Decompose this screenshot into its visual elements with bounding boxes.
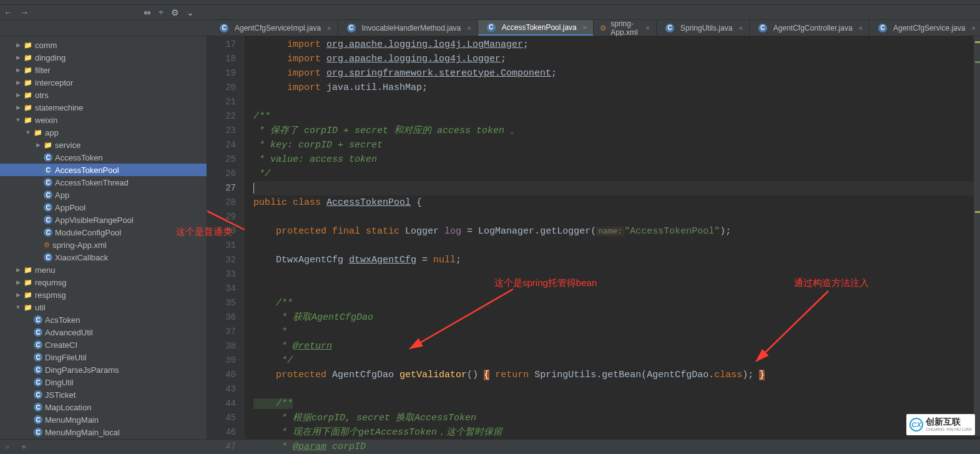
tree-label: util — [35, 303, 46, 312]
expand-icon[interactable]: ⇔ — [144, 7, 151, 17]
tree-item-dingutil[interactable]: CDingUtil — [0, 376, 207, 388]
tree-label: weixin — [35, 116, 57, 125]
class-icon: C — [44, 203, 52, 212]
tab-agentcfgservice[interactable]: C AgentCfgService.java × — [870, 20, 980, 36]
tab-invocablehandlermethod[interactable]: C InvocableHandlerMethod.java × — [338, 20, 478, 36]
tree-label: DingUtil — [45, 378, 74, 387]
tree-item-filter[interactable]: 📁filter — [0, 64, 207, 76]
tab-spring-app-xml[interactable]: ⚙ spring-App.xml × — [594, 20, 657, 36]
settings-icon[interactable]: ⚙ — [171, 7, 179, 17]
tab-agentcfgcontroller[interactable]: C AgentCfgController.java × — [750, 20, 870, 36]
tree-item-util[interactable]: 📁util — [0, 301, 207, 313]
close-icon[interactable]: × — [859, 24, 863, 32]
close-icon[interactable]: × — [971, 24, 975, 32]
chevron-right-icon[interactable] — [15, 279, 21, 285]
tree-label: statemechine — [35, 103, 83, 112]
chevron-right-icon[interactable] — [15, 54, 21, 61]
tree-item-moduleconfigpool[interactable]: CModuleConfigPool — [0, 226, 207, 239]
code-content[interactable]: import org.apache.logging.log4j.LogManag… — [245, 36, 980, 439]
chevron-down-icon[interactable] — [15, 117, 21, 123]
chevron-right-icon[interactable] — [15, 67, 21, 73]
folder-icon: 📁 — [24, 116, 32, 124]
nav-back-icon[interactable]: ← — [4, 7, 12, 17]
line-number: 22 — [207, 109, 236, 124]
collapse-icon[interactable]: ÷ — [159, 7, 164, 17]
chevron-right-icon[interactable] — [15, 92, 21, 98]
chevron-right-icon[interactable] — [15, 42, 21, 48]
error-stripe[interactable] — [974, 36, 980, 436]
hide-icon[interactable]: ⌄ — [187, 7, 194, 17]
line-number: 43 — [207, 382, 236, 397]
close-icon[interactable]: × — [646, 24, 650, 32]
tree-item-acstoken[interactable]: CAcsToken — [0, 313, 207, 326]
tree-item-requmsg[interactable]: 📁requmsg — [0, 276, 207, 289]
tree-item-service[interactable]: 📁service — [0, 139, 207, 151]
tree-item-apppool[interactable]: CAppPool — [0, 201, 207, 214]
tab-springutils[interactable]: C SpringUtils.java × — [657, 20, 750, 36]
class-icon: C — [44, 190, 52, 199]
chevron-right-icon[interactable] — [15, 104, 21, 111]
tree-item-createci[interactable]: CCreateCI — [0, 338, 207, 351]
chevron-right-icon[interactable] — [35, 142, 41, 148]
chevron-right-icon[interactable] — [15, 267, 21, 273]
tree-item-weixin[interactable]: 📁weixin — [0, 114, 207, 126]
code-editor[interactable]: 1718192021222324252627282930313233343536… — [207, 36, 980, 439]
tree-item-menumngmain[interactable]: CMenuMngMain — [0, 413, 207, 426]
close-icon[interactable]: × — [467, 24, 471, 32]
chevron-right-icon[interactable] — [15, 292, 21, 298]
chevron-down-icon[interactable] — [15, 304, 21, 310]
folder-icon: 📁 — [24, 303, 32, 312]
tree-item-app[interactable]: CApp — [0, 189, 207, 201]
line-number: 38 — [207, 339, 236, 353]
tree-item-dingfileutil[interactable]: CDingFileUtil — [0, 351, 207, 363]
tree-item-menu[interactable]: 📁menu — [0, 264, 207, 276]
tree-item-maplocation[interactable]: CMapLocation — [0, 401, 207, 413]
line-number: 27 — [207, 181, 236, 195]
tree-item-appvisiblerangepool[interactable]: CAppVisibleRangePool — [0, 214, 207, 226]
tree-item-interceptor[interactable]: 📁interceptor — [0, 76, 207, 89]
chevron-right-icon[interactable] — [15, 79, 21, 86]
tree-item-xiaoxicallback[interactable]: CXiaoxiCallback — [0, 251, 207, 264]
class-icon: C — [44, 178, 52, 187]
tree-item-spring-app-xml[interactable]: ⚙spring-App.xml — [0, 239, 207, 251]
close-icon[interactable]: × — [738, 24, 742, 32]
tab-agentcfgserviceimpl[interactable]: C AgentCfgServiceImpl.java × — [211, 20, 338, 36]
tree-label: AccessTokenPool — [55, 165, 119, 175]
line-number: 37 — [207, 325, 236, 339]
class-icon: C — [34, 315, 42, 324]
tab-accesstokenpool[interactable]: C AccessTokenPool.java × — [478, 20, 594, 36]
project-tree[interactable]: 📁comm📁dingding📁filter📁interceptor📁otrs📁s… — [0, 36, 207, 439]
nav-fwd-icon[interactable]: → — [20, 7, 29, 17]
tree-item-dingparsejsparams[interactable]: CDingParseJsParams — [0, 363, 207, 376]
class-icon: C — [34, 390, 42, 399]
line-number: 29 — [207, 210, 236, 224]
xml-icon: ⚙ — [44, 241, 50, 249]
close-icon[interactable]: × — [327, 24, 331, 32]
line-number: 45 — [207, 411, 236, 425]
tree-item-dingding[interactable]: 📁dingding — [0, 51, 207, 64]
line-number: 25 — [207, 152, 236, 167]
toolbar: ← → ⇔ ÷ ⚙ ⌄ — [0, 5, 980, 20]
line-number-gutter: 1718192021222324252627282930313233343536… — [207, 36, 245, 439]
folder-icon: 📁 — [24, 104, 32, 112]
tree-item-otrs[interactable]: 📁otrs — [0, 89, 207, 101]
tree-item-accesstokenthread[interactable]: CAccessTokenThread — [0, 176, 207, 189]
class-icon: C — [34, 403, 42, 412]
tree-item-advancedutil[interactable]: CAdvancedUtil — [0, 326, 207, 338]
tree-item-jsticket[interactable]: CJSTicket — [0, 388, 207, 401]
tree-item-app[interactable]: 📁app — [0, 126, 207, 139]
tree-item-accesstokenpool[interactable]: CAccessTokenPool — [0, 164, 207, 176]
tree-item-accesstoken[interactable]: CAccessToken — [0, 151, 207, 164]
watermark-sub: CHUANG XIN HU LIAN — [926, 427, 972, 432]
tree-item-comm[interactable]: 📁comm — [0, 39, 207, 51]
tree-item-respmsg[interactable]: 📁respmsg — [0, 289, 207, 301]
tree-label: menu — [35, 265, 56, 275]
line-number: 46 — [207, 425, 236, 440]
tool-window-icon[interactable]: ▫ — [6, 442, 9, 452]
tree-item-menumngmain-local[interactable]: CMenuMngMain_local — [0, 426, 207, 438]
close-icon[interactable]: × — [583, 24, 587, 31]
line-number: 40 — [207, 368, 236, 382]
chevron-down-icon[interactable] — [25, 129, 31, 136]
tree-item-statemechine[interactable]: 📁statemechine — [0, 101, 207, 114]
add-icon[interactable]: + — [22, 442, 27, 452]
